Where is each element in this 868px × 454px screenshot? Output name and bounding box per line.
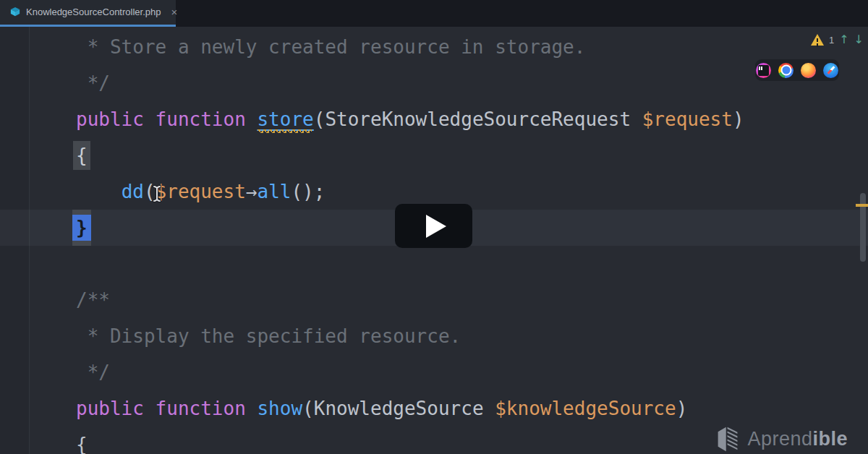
aprendible-watermark: Aprendible [715, 426, 848, 453]
video-play-button[interactable] [395, 204, 472, 248]
inspections-widget[interactable]: 1 ↑ ↓ [811, 34, 864, 46]
previous-warning-arrow-icon[interactable]: ↑ [839, 34, 848, 46]
code-line[interactable]: public function store(StoreKnowledgeSour… [0, 101, 868, 137]
function-name-with-warning: store [257, 101, 313, 137]
php-class-cube-icon [10, 7, 20, 17]
code-line[interactable]: */ [0, 354, 868, 390]
code-line[interactable]: { [0, 137, 868, 174]
aprendible-book-icon [715, 426, 741, 453]
text-cursor-icon [152, 184, 162, 203]
video-frame: KnowledgeSourceController.php × * Store … [0, 0, 868, 454]
close-icon[interactable]: × [169, 7, 179, 17]
chrome-icon[interactable] [778, 63, 793, 78]
code-line[interactable]: * Display the specified resource. [0, 318, 868, 354]
code-line[interactable]: /** [0, 282, 868, 318]
brand-text: Aprendible [747, 428, 848, 450]
phpstorm-icon[interactable] [756, 63, 771, 78]
firefox-icon[interactable] [801, 63, 816, 78]
safari-icon[interactable] [823, 63, 838, 78]
code-line[interactable]: public function show(KnowledgeSource $kn… [0, 390, 868, 427]
editor-tab-bar: KnowledgeSourceController.php × [0, 0, 868, 27]
warning-triangle-icon [811, 34, 824, 46]
code-line[interactable]: * Store a newly created resource in stor… [0, 29, 868, 65]
code-line[interactable]: */ [0, 65, 868, 101]
tab-title: KnowledgeSourceController.php [26, 7, 161, 17]
warning-stripe-mark[interactable] [856, 204, 868, 207]
warning-count: 1 [829, 35, 834, 46]
app-dock [755, 59, 839, 81]
play-triangle-icon [426, 215, 446, 238]
tab-knowledgesourcecontroller[interactable]: KnowledgeSourceController.php × [0, 0, 176, 27]
next-warning-arrow-icon[interactable]: ↓ [854, 34, 864, 46]
code-line[interactable] [0, 246, 868, 282]
